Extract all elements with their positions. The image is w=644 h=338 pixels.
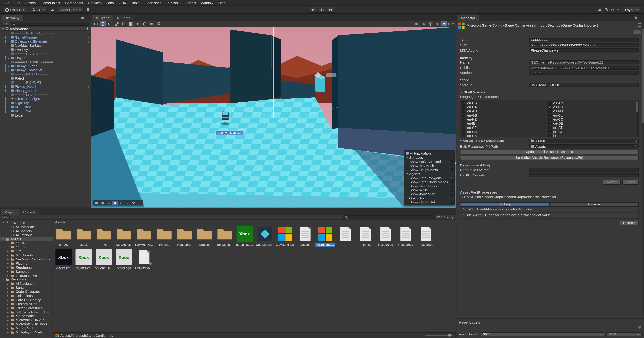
language-checkbox[interactable] <box>462 113 465 117</box>
hierarchy-tab[interactable]: Hierarchy <box>1 15 23 21</box>
foldout-caret[interactable]: ▸ <box>6 319 10 322</box>
language-row[interactable]: es-AR <box>548 101 635 105</box>
content-id-field[interactable] <box>529 168 638 172</box>
tree-item[interactable]: ▸ AI Navigation <box>0 282 52 286</box>
tree-item[interactable]: es-ES <box>0 245 52 249</box>
nav-overlay-row[interactable]: ▼ Surfaces <box>406 156 453 160</box>
asset-item[interactable]: Layout <box>295 225 315 247</box>
hidden-packages-toggle[interactable]: 27 <box>437 215 445 219</box>
language-row[interactable]: de-DE <box>548 121 635 125</box>
object-picker-icon[interactable]: ⊙ <box>635 145 637 148</box>
slider-thumb[interactable] <box>448 334 451 337</box>
scene-tab[interactable]: ▦ Scene <box>92 15 113 21</box>
scid-field[interactable]: 00000000-0000-0000-0000-000075f0b666 <box>529 43 638 47</box>
foldout-caret[interactable]: ▼ <box>406 197 409 199</box>
open-prefab-chevron[interactable]: › <box>88 110 89 113</box>
language-list-scrollbar[interactable] <box>636 100 638 137</box>
foldout-caret[interactable]: ▸ <box>7 77 10 80</box>
open-prefab-chevron[interactable]: › <box>88 65 89 67</box>
nav-checkbox[interactable] <box>450 184 453 187</box>
pin-icon[interactable] <box>638 23 641 27</box>
hierarchy-item[interactable]: ▸ Player › <box>0 56 91 60</box>
transform-tool-icon[interactable] <box>128 21 134 26</box>
asset-item[interactable]: Rendering <box>174 225 194 247</box>
tree-item[interactable]: All Models <box>0 229 52 233</box>
hierarchy-item[interactable]: VFX_Lava › <box>0 109 91 113</box>
asset-item[interactable]: NavMeshC... <box>134 225 154 247</box>
menu-item[interactable]: GameObject <box>38 1 63 5</box>
nav-overlay-row[interactable]: Show NavMesh ✓ <box>406 164 453 168</box>
tree-item[interactable]: ▸ NavMeshComponents <box>0 257 52 261</box>
console-tab[interactable]: Console <box>20 209 40 215</box>
foldout-caret[interactable]: ▸ <box>6 290 10 293</box>
msa-app-id-field[interactable]: PleaseChangeMe <box>529 48 638 52</box>
project-options-icon[interactable]: ⋮ <box>451 215 454 219</box>
cloud-icon[interactable]: ☁ <box>50 8 54 11</box>
language-row[interactable]: de-CH <box>548 129 635 133</box>
audio-toggle-icon[interactable] <box>434 21 440 26</box>
grid-visibility-icon[interactable]: ⊞ <box>94 200 99 205</box>
asset-label-picker-button[interactable] <box>638 326 641 329</box>
global-search-icon[interactable] <box>611 8 614 11</box>
hierarchy-search-input[interactable] <box>16 22 88 25</box>
tree-item[interactable]: ▸ Plugins <box>0 261 52 265</box>
log-tab[interactable]: ⚠ Log <box>460 202 550 207</box>
menu-item[interactable]: Assets <box>23 1 38 5</box>
scene-header-row[interactable]: ▼ MainScene ⋮ <box>0 26 91 31</box>
asset-item[interactable]: Xbox default480... <box>234 225 255 247</box>
step-button[interactable] <box>326 7 335 13</box>
asset-item[interactable]: Resources <box>396 225 416 247</box>
title-id-field[interactable]: FFFFFFFF <box>529 38 638 42</box>
foldout-caret[interactable]: ▼ <box>406 172 409 175</box>
foldout-caret[interactable]: ▸ <box>6 258 10 261</box>
nav-checkbox[interactable] <box>450 180 453 183</box>
menu-item[interactable]: Tutorials <box>180 1 198 5</box>
foldout-caret[interactable]: ▸ <box>6 307 10 309</box>
ekbid-field[interactable] <box>529 173 638 177</box>
hierarchy-menu-icon[interactable]: ⋮ <box>86 15 89 19</box>
scrollbar-thumb[interactable] <box>642 29 644 124</box>
tree-item[interactable]: ▸ FPS <box>0 249 52 253</box>
foldout-caret[interactable]: ▸ <box>7 114 10 117</box>
grid-snap-icon[interactable]: ▦ <box>149 21 155 26</box>
hierarchy-item[interactable]: NavMeshSurface <box>0 43 91 48</box>
tree-item[interactable]: en-US <box>0 241 52 245</box>
account-button[interactable]: ZH ▼ <box>30 7 48 12</box>
foldout-caret[interactable]: ▼ <box>2 238 4 240</box>
foldout-caret[interactable]: ▸ <box>6 315 10 318</box>
language-checkbox[interactable] <box>548 122 552 125</box>
language-checkbox[interactable] <box>548 113 552 117</box>
tree-item[interactable]: ▸ Editor Coroutines <box>0 306 52 310</box>
identity-name-field[interactable]: GEOInternalResourceAccess.MyTestGame123 <box>529 60 638 64</box>
pause-button[interactable] <box>318 7 326 13</box>
tree-item[interactable]: ▸ Microsoft GDK Tools <box>0 322 52 326</box>
nav-overlay-row[interactable]: Show Path Polygons ✓ <box>406 176 453 180</box>
tree-item[interactable]: All Prefabs <box>0 233 52 237</box>
foldout-caret[interactable]: ▼ <box>2 278 4 281</box>
foldout-caret[interactable]: ▸ <box>6 327 10 330</box>
open-prefab-chevron[interactable]: › <box>88 40 89 43</box>
asset-item[interactable]: Pri <box>335 225 355 247</box>
effects-toggle-icon[interactable]: ★ <box>441 21 447 26</box>
foldout-caret[interactable]: ▸ <box>7 56 10 59</box>
nav-checkbox[interactable] <box>450 201 453 204</box>
menu-item[interactable]: Help <box>216 1 228 5</box>
menu-item[interactable]: Tools <box>129 1 142 5</box>
shading-mode-icon[interactable] <box>413 21 419 26</box>
language-row[interactable]: en-NZ <box>462 117 548 121</box>
asset-item[interactable]: Xbox StoreLogo <box>114 248 134 270</box>
open-prefab-chevron[interactable]: › <box>88 85 89 88</box>
asset-item[interactable]: Xbox Square150... <box>94 248 114 270</box>
2d-toggle[interactable]: 2D <box>420 21 426 26</box>
inspector-menu-icon[interactable]: ⋮ <box>639 15 642 19</box>
tree-item[interactable]: ▸ Burst <box>0 286 52 290</box>
foldout-caret[interactable]: ▸ <box>6 274 10 277</box>
nav-checkbox[interactable] <box>450 188 453 191</box>
tree-item[interactable]: ▸ Code Coverage <box>0 290 52 294</box>
favorites-filter-icon[interactable]: ★ <box>446 215 449 219</box>
hierarchy-item[interactable]: VFX_Dust › <box>0 105 91 109</box>
asset-item[interactable]: Resources <box>376 225 396 247</box>
nav-overlay-row[interactable]: Show Avoidance <box>406 192 453 196</box>
menu-item[interactable]: Component <box>63 1 86 5</box>
asset-item[interactable]: es-ES <box>74 225 94 247</box>
